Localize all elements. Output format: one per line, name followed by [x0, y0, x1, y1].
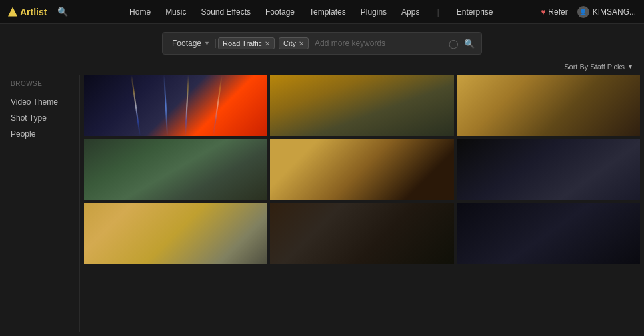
search-icon[interactable]: 🔍	[57, 7, 68, 17]
sort-label: Sort By Staff Picks	[564, 63, 625, 71]
user-avatar: 👤	[577, 6, 589, 18]
grid-item-overlay-9	[457, 203, 640, 264]
sidebar: Browse Video Theme Shot Type People	[0, 75, 80, 332]
nav-templates[interactable]: Templates	[309, 7, 346, 17]
nav-home[interactable]: Home	[129, 7, 151, 17]
nav-sound-effects[interactable]: Sound Effects	[201, 7, 251, 17]
grid-item-9[interactable]	[457, 203, 640, 264]
city-tag: City ✕	[279, 37, 309, 49]
nav-links: Home Music Sound Effects Footage Templat…	[81, 7, 541, 17]
nav-divider: |	[437, 7, 439, 17]
logo[interactable]: Artlist	[8, 7, 47, 17]
refer-link[interactable]: ♥ Refer	[541, 7, 567, 17]
grid-item-6[interactable]	[457, 139, 640, 200]
heart-icon: ♥	[541, 7, 545, 17]
footage-grid-area	[80, 75, 644, 332]
chevron-down-icon: ▼	[204, 40, 210, 47]
refer-label: Refer	[548, 7, 567, 17]
footage-grid	[84, 75, 640, 264]
sidebar-item-video-theme[interactable]: Video Theme	[11, 94, 69, 110]
search-input[interactable]	[311, 39, 446, 48]
nav-plugins[interactable]: Plugins	[361, 7, 387, 17]
sort-row: Sort By Staff Picks ▼	[0, 61, 644, 75]
page-layout: Browse Video Theme Shot Type People	[0, 75, 644, 332]
road-traffic-label: Road Traffic	[223, 39, 262, 47]
grid-item-overlay-7	[84, 203, 267, 264]
nav-footage[interactable]: Footage	[265, 7, 295, 17]
city-label: City	[283, 39, 296, 47]
nav-apps[interactable]: Apps	[401, 7, 419, 17]
user-menu[interactable]: 👤 KIMSANG...	[577, 6, 636, 18]
grid-item-7[interactable]	[84, 203, 267, 264]
nav-enterprise[interactable]: Enterprise	[457, 7, 493, 17]
grid-item-overlay-3	[457, 75, 640, 136]
grid-item-overlay-5	[270, 139, 453, 200]
search-button[interactable]: 🔍	[461, 39, 477, 49]
navigation: Artlist 🔍 Home Music Sound Effects Foota…	[0, 0, 644, 24]
search-bar-wrapper: Footage ▼ Road Traffic ✕ City ✕ ◯ 🔍	[0, 24, 644, 61]
sidebar-item-people[interactable]: People	[11, 126, 69, 142]
grid-item-8[interactable]	[270, 203, 453, 264]
search-bar: Footage ▼ Road Traffic ✕ City ✕ ◯ 🔍	[162, 32, 482, 55]
logo-icon	[8, 7, 17, 17]
grid-item-overlay-4	[84, 139, 267, 200]
grid-item-2[interactable]	[270, 75, 453, 136]
grid-item-5[interactable]	[270, 139, 453, 200]
nav-music[interactable]: Music	[165, 7, 186, 17]
city-close-icon[interactable]: ✕	[299, 40, 304, 47]
grid-item-3[interactable]	[457, 75, 640, 136]
sidebar-item-shot-type[interactable]: Shot Type	[11, 110, 69, 126]
nav-right: ♥ Refer 👤 KIMSANG...	[541, 6, 636, 18]
dropdown-label: Footage	[172, 39, 201, 48]
sort-chevron-icon: ▼	[627, 63, 633, 70]
browse-label: Browse	[11, 80, 69, 87]
grid-item-overlay-2	[270, 75, 453, 136]
grid-item-overlay-1	[84, 75, 267, 136]
road-traffic-close-icon[interactable]: ✕	[265, 40, 270, 47]
road-traffic-tag: Road Traffic ✕	[218, 37, 275, 49]
footage-dropdown[interactable]: Footage ▼	[167, 39, 216, 48]
sort-button[interactable]: Sort By Staff Picks ▼	[564, 63, 633, 71]
user-label: KIMSANG...	[593, 7, 636, 17]
grid-item-1[interactable]	[84, 75, 267, 136]
grid-item-overlay-6	[457, 139, 640, 200]
logo-text: Artlist	[20, 7, 47, 17]
search-clear-icon[interactable]: ◯	[449, 39, 459, 49]
grid-item-4[interactable]	[84, 139, 267, 200]
grid-item-overlay-8	[270, 203, 453, 264]
